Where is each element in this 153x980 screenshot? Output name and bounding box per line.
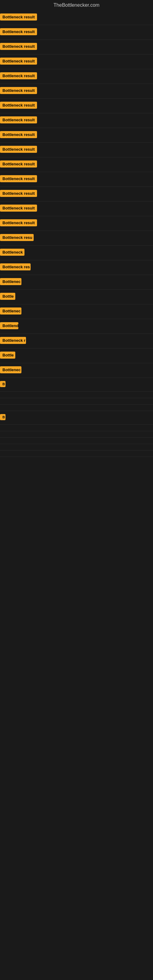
site-title: TheBottlenecker.com: [0, 0, 153, 10]
bottleneck-badge[interactable]: Bottleneck result: [0, 205, 37, 212]
bottleneck-badge[interactable]: Bottle: [0, 293, 15, 300]
list-item: Bottleneck result: [0, 25, 153, 40]
bottleneck-badge[interactable]: Bottleneck result: [0, 161, 37, 167]
bottleneck-badge[interactable]: Bottleneck result: [0, 28, 37, 35]
list-item: [0, 444, 153, 450]
bottleneck-badge[interactable]: Bottle: [0, 352, 15, 359]
list-item: Bottleneck result: [0, 99, 153, 113]
list-item: Bottleneck: [0, 246, 153, 260]
bottleneck-badge[interactable]: Bottleneck result: [0, 72, 37, 79]
results-list: Bottleneck resultBottleneck resultBottle…: [0, 10, 153, 457]
list-item: Bottlenec: [0, 363, 153, 378]
list-item: Bottleneck result: [0, 40, 153, 54]
list-item: Bottleneck result: [0, 10, 153, 25]
list-item: Bottlenec: [0, 304, 153, 319]
list-item: [0, 425, 153, 431]
list-item: B: [0, 411, 153, 425]
bottleneck-badge[interactable]: B: [0, 414, 5, 420]
list-item: [0, 438, 153, 444]
list-item: Bottleneck result: [0, 216, 153, 231]
bottleneck-badge[interactable]: Bottleneck result: [0, 131, 37, 138]
bottleneck-badge[interactable]: Bottleneck res: [0, 263, 30, 270]
bottleneck-badge[interactable]: Bottlenec: [0, 366, 21, 373]
bottleneck-badge[interactable]: Bottleneck result: [0, 190, 37, 197]
list-item: Bottlenec: [0, 275, 153, 290]
bottleneck-badge[interactable]: Bottleneck r: [0, 337, 26, 344]
list-item: Bottleneck result: [0, 187, 153, 202]
list-item: Bottle: [0, 348, 153, 363]
bottleneck-badge[interactable]: Bottleneck result: [0, 57, 37, 65]
list-item: Bottleneck result: [0, 158, 153, 172]
list-item: Bottleneck result: [0, 54, 153, 69]
list-item: Bottleneck r: [0, 334, 153, 348]
bottleneck-badge[interactable]: Bottleneck result: [0, 146, 37, 153]
bottleneck-badge[interactable]: Bottleneck result: [0, 87, 37, 94]
list-item: [0, 398, 153, 404]
bottleneck-badge[interactable]: Bottlenec: [0, 278, 21, 285]
bottleneck-badge[interactable]: Bottleneck result: [0, 13, 37, 21]
list-item: [0, 392, 153, 398]
bottleneck-badge[interactable]: Bottleneck: [0, 249, 24, 256]
list-item: Bottlend: [0, 319, 153, 334]
bottleneck-badge[interactable]: Bottlenec: [0, 307, 21, 315]
list-item: [0, 404, 153, 411]
bottleneck-badge[interactable]: Bottleneck result: [0, 102, 37, 109]
bottleneck-badge[interactable]: Bottleneck result: [0, 116, 37, 123]
bottleneck-badge[interactable]: Bottlend: [0, 322, 18, 329]
list-item: [0, 450, 153, 457]
list-item: Bottleneck res: [0, 260, 153, 275]
list-item: Bottle: [0, 290, 153, 304]
list-item: B: [0, 378, 153, 392]
list-item: Bottleneck result: [0, 69, 153, 84]
list-item: Bottleneck result: [0, 172, 153, 187]
list-item: Bottleneck result: [0, 128, 153, 143]
list-item: Bottleneck result: [0, 84, 153, 99]
list-item: Bottleneck result: [0, 202, 153, 216]
list-item: [0, 431, 153, 438]
list-item: Bottleneck result: [0, 113, 153, 128]
list-item: Bottleneck resu: [0, 231, 153, 246]
bottleneck-badge[interactable]: Bottleneck resu: [0, 234, 33, 241]
bottleneck-badge[interactable]: Bottleneck result: [0, 175, 37, 182]
bottleneck-badge[interactable]: Bottleneck result: [0, 43, 37, 50]
list-item: Bottleneck result: [0, 143, 153, 158]
bottleneck-badge[interactable]: Bottleneck result: [0, 219, 37, 226]
bottleneck-badge[interactable]: B: [0, 381, 5, 387]
